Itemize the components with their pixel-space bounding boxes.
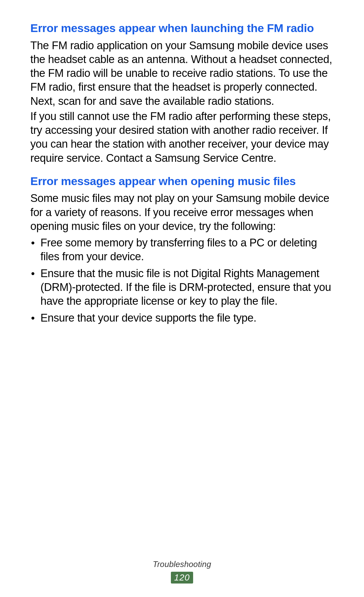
section-heading-fm-radio: Error messages appear when launching the… [30,21,334,35]
bullet-list: Free some memory by transferring files t… [30,236,334,325]
list-item: Ensure that your device supports the fil… [30,311,334,325]
paragraph: The FM radio application on your Samsung… [30,39,334,108]
footer-section-label: Troubleshooting [0,560,364,569]
page-number: 120 [171,572,193,584]
section-heading-music-files: Error messages appear when opening music… [30,174,334,188]
list-item: Ensure that the music file is not Digita… [30,267,334,308]
page-content: Error messages appear when launching the… [0,0,364,325]
list-item: Free some memory by transferring files t… [30,236,334,264]
paragraph: If you still cannot use the FM radio aft… [30,110,334,165]
paragraph: Some music files may not play on your Sa… [30,191,334,233]
page-footer: Troubleshooting 120 [0,560,364,584]
